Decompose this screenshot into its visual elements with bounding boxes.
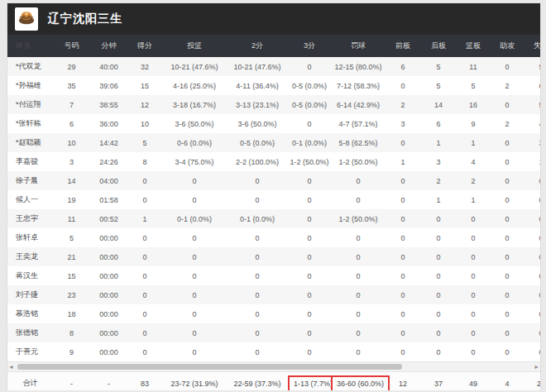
cell-oreb: 0 <box>386 190 420 209</box>
horizontal-scrollbar[interactable]: ◂ ▸ <box>7 361 540 372</box>
cell-number: 21 <box>53 247 90 266</box>
cell-three: 0 <box>288 171 331 190</box>
cell-two: 0 <box>227 171 288 190</box>
cell-player: 刘子捷 <box>7 285 53 304</box>
cell-points: 0 <box>127 323 162 342</box>
column-header-player: 球员 <box>7 35 53 57</box>
cell-number: 23 <box>53 285 90 304</box>
cell-three: 0 <box>288 323 331 342</box>
cell-points: 12 <box>127 95 162 114</box>
column-header-oreb: 前板 <box>386 35 420 57</box>
team-crest-icon <box>17 8 36 30</box>
cell-ast: 0 <box>490 285 524 304</box>
totals-cell-oreb: 12 <box>386 380 420 388</box>
cell-two: 10-21 (47.6%) <box>227 57 288 76</box>
table-body: *代双龙2940:003210-21 (47.6%)10-21 (47.6%)0… <box>7 57 541 361</box>
cell-tov: 0 <box>524 190 541 209</box>
cell-fg: 0-6 (0.0%) <box>162 133 227 152</box>
cell-ft: 0 <box>331 323 386 342</box>
cell-tov: 0 <box>524 228 541 247</box>
cell-points: 0 <box>127 171 162 190</box>
cell-minutes: 39:06 <box>90 76 127 95</box>
cell-ft: 0 <box>331 171 386 190</box>
cell-three: 0 <box>288 190 331 209</box>
cell-player: *付运翔 <box>7 95 53 114</box>
cell-tov: 1 <box>524 152 541 171</box>
totals-cell-three: 1-13 (7.7%) <box>288 375 331 391</box>
cell-oreb: 0 <box>386 209 420 228</box>
table-row: 李嘉骏324:2683-4 (75.0%)2-2 (100.0%)1-2 (50… <box>7 152 541 171</box>
cell-tov: 0 <box>524 285 541 304</box>
cell-ast: 0 <box>490 342 524 361</box>
cell-minutes: 36:00 <box>90 114 127 133</box>
cell-minutes: 00:00 <box>90 323 127 342</box>
column-header-tov: 失误 <box>524 35 541 57</box>
cell-points: 0 <box>127 190 162 209</box>
cell-fg: 0 <box>162 228 227 247</box>
cell-dreb: 6 <box>420 114 457 133</box>
cell-two: 0 <box>227 190 288 209</box>
cell-player: 王忠宇 <box>7 209 53 228</box>
table-row: *赵聪颖1014:4250-6 (0.0%)0-5 (0.0%)0-1 (0.0… <box>7 133 541 152</box>
cell-points: 0 <box>127 342 162 361</box>
cell-points: 0 <box>127 304 162 323</box>
cell-player: *孙福雄 <box>7 76 53 95</box>
table-row: 王奕龙2100:000000000000 <box>7 247 541 266</box>
cell-two: 0 <box>227 304 288 323</box>
table-row: 徐子晨1404:000000002200 <box>7 171 541 190</box>
cell-fg: 10-21 (47.6%) <box>162 57 227 76</box>
scrollbar-thumb[interactable] <box>17 364 402 370</box>
cell-ast: 0 <box>490 152 524 171</box>
cell-two: 0 <box>227 342 288 361</box>
cell-reb: 11 <box>457 57 490 76</box>
cell-tov: 0 <box>524 304 541 323</box>
team-logo <box>15 7 38 31</box>
cell-player: 王奕龙 <box>7 247 53 266</box>
cell-number: 19 <box>53 190 90 209</box>
cell-two: 2-2 (100.0%) <box>227 152 288 171</box>
scroll-right-icon[interactable]: ▸ <box>533 362 540 371</box>
cell-minutes: 04:00 <box>90 171 127 190</box>
cell-ast: 0 <box>490 171 524 190</box>
cell-three: 0 <box>288 304 331 323</box>
cell-tov: 0 <box>524 247 541 266</box>
cell-ast: 0 <box>490 209 524 228</box>
table-row: 蒋汉生1500:000000000000 <box>7 266 541 285</box>
cell-minutes: 00:00 <box>90 266 127 285</box>
totals-cell-points: 83 <box>127 380 162 388</box>
cell-three: 0 <box>288 209 331 228</box>
cell-reb: 1 <box>457 133 490 152</box>
cell-player: 徐子晨 <box>7 171 53 190</box>
cell-tov: 4 <box>524 114 541 133</box>
cell-fg: 0 <box>162 266 227 285</box>
cell-dreb: 5 <box>420 76 457 95</box>
table-row: 张德铭800:000000000000 <box>7 323 541 342</box>
cell-ast: 0 <box>490 133 524 152</box>
cell-tov: 0 <box>524 266 541 285</box>
cell-tov: 0 <box>524 171 541 190</box>
cell-ast: 0 <box>490 190 524 209</box>
cell-fg: 3-4 (75.0%) <box>162 152 227 171</box>
cell-fg: 0 <box>162 247 227 266</box>
cell-oreb: 0 <box>386 342 420 361</box>
cell-number: 8 <box>53 323 90 342</box>
cell-three: 0 <box>288 266 331 285</box>
cell-ast: 0 <box>490 247 524 266</box>
column-header-minutes: 分钟 <box>90 35 127 57</box>
column-header-ast: 助攻 <box>490 35 524 57</box>
cell-dreb: 0 <box>420 304 457 323</box>
table-row: 候人一1901:580000001100 <box>7 190 541 209</box>
cell-fg: 0 <box>162 342 227 361</box>
cell-dreb: 5 <box>420 57 457 76</box>
cell-fg: 0-1 (0.0%) <box>162 209 227 228</box>
page-title: 辽宁沈阳三生 <box>48 12 122 26</box>
cell-dreb: 0 <box>420 266 457 285</box>
cell-fg: 4-16 (25.0%) <box>162 76 227 95</box>
cell-dreb: 0 <box>420 209 457 228</box>
cell-reb: 0 <box>457 323 490 342</box>
scroll-left-icon[interactable]: ◂ <box>7 362 15 371</box>
cell-two: 3-6 (50.0%) <box>227 114 288 133</box>
column-header-dreb: 后板 <box>420 35 457 57</box>
cell-minutes: 14:42 <box>90 133 127 152</box>
cell-minutes: 40:00 <box>90 57 127 76</box>
